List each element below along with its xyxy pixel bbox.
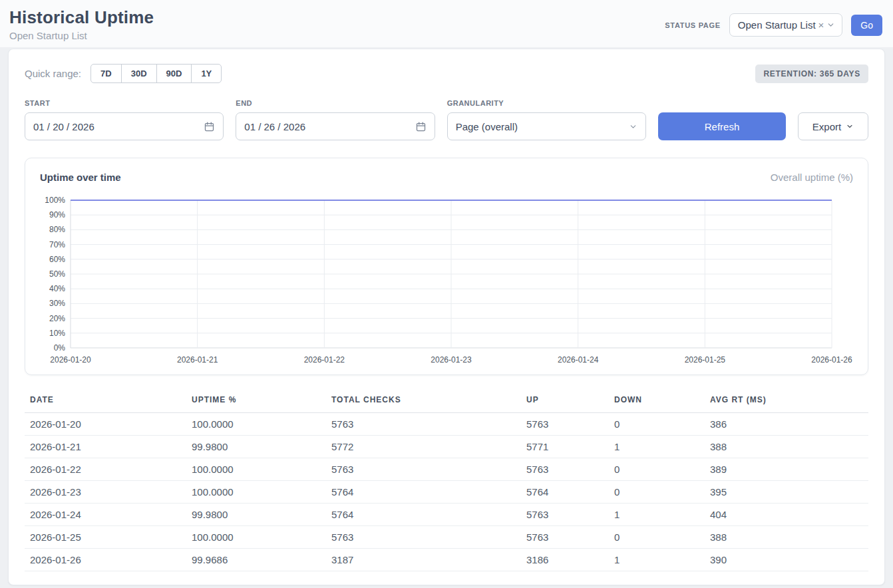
cell-up: 5763	[521, 526, 609, 549]
chevron-down-icon	[629, 122, 637, 131]
quick-range-30d[interactable]: 30D	[121, 64, 157, 83]
start-date-field: START	[25, 99, 224, 140]
end-date-input[interactable]	[244, 121, 415, 132]
chart-header: Uptime over time Overall uptime (%)	[40, 172, 853, 195]
chevron-down-icon	[846, 122, 854, 130]
svg-text:50%: 50%	[49, 269, 65, 279]
cell-down: 0	[609, 458, 705, 481]
chart-title: Uptime over time	[40, 172, 121, 183]
calendar-icon[interactable]	[204, 121, 215, 132]
quick-range-1y[interactable]: 1Y	[191, 64, 222, 83]
svg-text:70%: 70%	[49, 240, 65, 249]
cell-uptime: 99.9800	[186, 504, 326, 526]
cell-avg-rt: 388	[705, 436, 868, 458]
cell-date: 2026-01-26	[25, 549, 186, 571]
svg-text:0%: 0%	[54, 343, 66, 353]
cell-down: 0	[609, 481, 705, 504]
cell-avg-rt: 390	[705, 549, 868, 571]
quick-range-90d[interactable]: 90D	[156, 64, 192, 83]
cell-uptime: 99.9686	[186, 549, 326, 571]
svg-text:2026-01-22: 2026-01-22	[304, 355, 345, 365]
page-title: Historical Uptime	[9, 7, 154, 28]
top-bar: Historical Uptime Open Startup List STAT…	[0, 0, 893, 47]
export-button[interactable]: Export	[798, 112, 868, 140]
svg-text:20%: 20%	[49, 314, 65, 323]
cell-date: 2026-01-20	[25, 413, 186, 436]
quick-range-7d[interactable]: 7D	[90, 64, 122, 83]
cell-avg-rt: 389	[705, 458, 868, 481]
start-date-input[interactable]	[33, 121, 204, 132]
svg-text:80%: 80%	[49, 225, 65, 234]
table-row: 2026-01-25100.0000576357630388	[25, 526, 868, 549]
cell-uptime: 100.0000	[186, 526, 326, 549]
cell-avg-rt: 395	[705, 481, 868, 504]
refresh-button[interactable]: Refresh	[658, 112, 786, 140]
cell-up: 5763	[521, 504, 609, 526]
granularity-select[interactable]: Page (overall)	[447, 112, 646, 140]
cell-avg-rt: 386	[705, 413, 868, 436]
cell-up: 5763	[521, 413, 609, 436]
svg-text:60%: 60%	[49, 255, 65, 264]
table-header-row: DATEUPTIME %TOTAL CHECKSUPDOWNAVG RT (MS…	[25, 390, 868, 413]
cell-total-checks: 5763	[326, 458, 521, 481]
uptime-chart-card: Uptime over time Overall uptime (%) 0%10…	[25, 158, 868, 375]
cell-total-checks: 3187	[326, 549, 521, 571]
cell-up: 3186	[521, 549, 609, 571]
column-header-avg-rt: AVG RT (MS)	[705, 390, 868, 413]
quick-range-buttons: 7D30D90D1Y	[90, 64, 222, 83]
quick-range-group: Quick range: 7D30D90D1Y	[25, 64, 222, 83]
cell-avg-rt: 388	[705, 526, 868, 549]
svg-text:2026-01-20: 2026-01-20	[50, 355, 91, 365]
cell-date: 2026-01-21	[25, 436, 186, 458]
chart-legend: Overall uptime (%)	[771, 172, 853, 183]
cell-date: 2026-01-22	[25, 458, 186, 481]
cell-up: 5771	[521, 436, 609, 458]
cell-down: 0	[609, 413, 705, 436]
svg-text:2026-01-25: 2026-01-25	[685, 355, 726, 365]
svg-text:2026-01-26: 2026-01-26	[811, 355, 852, 365]
end-date-input-wrapper[interactable]	[236, 112, 435, 140]
svg-text:2026-01-21: 2026-01-21	[177, 355, 218, 365]
quick-range-label: Quick range:	[25, 68, 81, 79]
table-row: 2026-01-20100.0000576357630386	[25, 413, 868, 436]
cell-avg-rt: 404	[705, 504, 868, 526]
status-page-select[interactable]: Open Startup List ×	[729, 13, 843, 37]
table-row: 2026-01-2499.9800576457631404	[25, 504, 868, 526]
svg-text:2026-01-24: 2026-01-24	[558, 355, 599, 365]
page-subtitle: Open Startup List	[9, 30, 154, 41]
table-row: 2026-01-22100.0000576357630389	[25, 458, 868, 481]
cell-total-checks: 5763	[326, 526, 521, 549]
end-date-field: END	[236, 99, 435, 140]
uptime-table: DATEUPTIME %TOTAL CHECKSUPDOWNAVG RT (MS…	[25, 390, 868, 571]
cell-uptime: 100.0000	[186, 481, 326, 504]
cell-up: 5764	[521, 481, 609, 504]
cell-down: 1	[609, 549, 705, 571]
cell-down: 1	[609, 436, 705, 458]
calendar-icon[interactable]	[415, 121, 427, 132]
cell-down: 0	[609, 526, 705, 549]
start-label: START	[25, 99, 224, 107]
export-label: Export	[812, 121, 841, 132]
cell-up: 5763	[521, 458, 609, 481]
uptime-line-chart: 0%10%20%30%40%50%60%70%80%90%100%2026-01…	[40, 195, 853, 367]
end-label: END	[236, 99, 435, 107]
clear-selection-icon[interactable]: ×	[817, 19, 826, 31]
column-header-total-checks: TOTAL CHECKS	[326, 390, 521, 413]
go-button[interactable]: Go	[851, 15, 882, 36]
svg-text:40%: 40%	[49, 284, 65, 293]
top-bar-controls: STATUS PAGE Open Startup List × Go	[665, 7, 882, 37]
filter-form: START END GRANULARITY Page (overall)	[25, 99, 868, 140]
granularity-label: GRANULARITY	[447, 99, 646, 107]
svg-text:2026-01-23: 2026-01-23	[431, 355, 472, 365]
cell-date: 2026-01-25	[25, 526, 186, 549]
granularity-field: GRANULARITY Page (overall)	[447, 99, 646, 140]
cell-total-checks: 5763	[326, 413, 521, 436]
column-header-date: DATE	[25, 390, 186, 413]
svg-text:10%: 10%	[49, 329, 65, 338]
table-row: 2026-01-2699.9686318731861390	[25, 549, 868, 571]
cell-total-checks: 5764	[326, 481, 521, 504]
start-date-input-wrapper[interactable]	[25, 112, 224, 140]
chevron-down-icon	[826, 21, 835, 29]
column-header-uptime: UPTIME %	[186, 390, 326, 413]
title-block: Historical Uptime Open Startup List	[9, 7, 154, 41]
